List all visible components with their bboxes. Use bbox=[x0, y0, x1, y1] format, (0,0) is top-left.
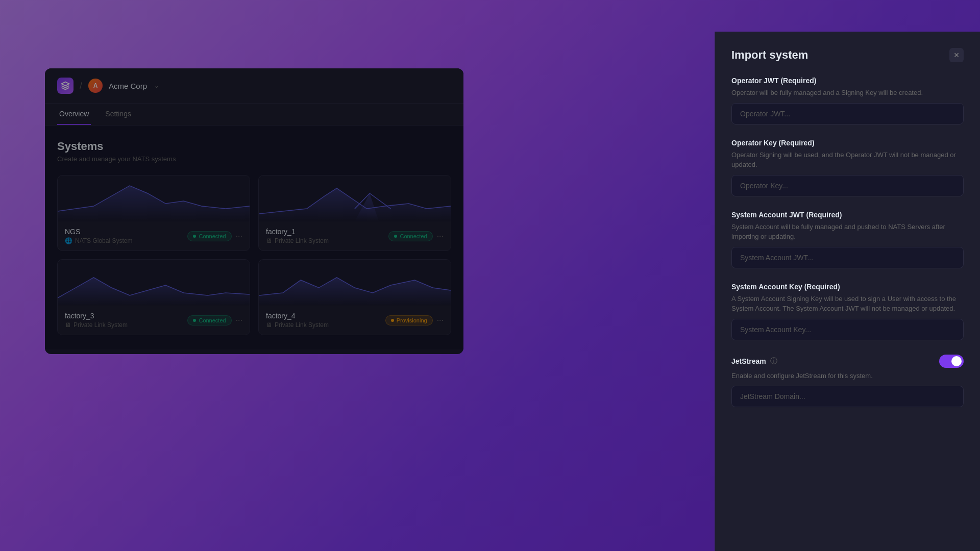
ngs-card-info: NGS 🌐 NATS Global System bbox=[65, 228, 132, 244]
factory4-card-actions: Provisioning ··· bbox=[385, 315, 444, 325]
factory3-card-actions: Connected ··· bbox=[187, 315, 242, 325]
jetstream-title: JetStream bbox=[731, 357, 766, 365]
breadcrumb-separator: / bbox=[80, 81, 82, 91]
factory3-card-info: factory_3 🖥 Private Link System bbox=[65, 312, 128, 329]
factory3-status-badge: Connected bbox=[187, 315, 231, 325]
factory1-status-badge: Connected bbox=[388, 231, 432, 241]
tab-settings[interactable]: Settings bbox=[103, 104, 133, 125]
systems-subtitle: Create and manage your NATS systems bbox=[57, 155, 451, 163]
system-card-factory3: factory_3 🖥 Private Link System Connecte… bbox=[57, 259, 250, 335]
ngs-card-footer: NGS 🌐 NATS Global System Connected ··· bbox=[58, 221, 250, 251]
modal-title: Import system bbox=[731, 48, 808, 62]
factory4-name: factory_4 bbox=[266, 312, 329, 320]
jetstream-toggle[interactable] bbox=[939, 355, 964, 368]
jetstream-domain-input[interactable] bbox=[731, 386, 964, 407]
org-avatar: A bbox=[88, 79, 103, 93]
system-account-jwt-section: System Account JWT (Required) System Acc… bbox=[731, 211, 964, 268]
modal-header: Import system × bbox=[731, 48, 964, 62]
factory4-status-dot bbox=[391, 319, 394, 322]
jetstream-info-icon: ⓘ bbox=[770, 357, 777, 366]
system-card-ngs: NGS 🌐 NATS Global System Connected ··· bbox=[57, 175, 250, 251]
factory3-type: 🖥 Private Link System bbox=[65, 321, 128, 329]
factory1-more-button[interactable]: ··· bbox=[437, 232, 444, 241]
content-area: Systems Create and manage your NATS syst… bbox=[45, 126, 463, 349]
system-account-jwt-input[interactable] bbox=[731, 247, 964, 268]
system-account-key-input[interactable] bbox=[731, 319, 964, 340]
systems-title: Systems bbox=[57, 140, 451, 153]
org-chevron-icon[interactable]: ⌄ bbox=[154, 82, 159, 89]
system-account-jwt-label: System Account JWT (Required) bbox=[731, 211, 964, 219]
svg-marker-4 bbox=[259, 278, 451, 306]
factory3-status-dot bbox=[193, 319, 196, 322]
system-account-key-label: System Account Key (Required) bbox=[731, 283, 964, 291]
operator-key-input[interactable] bbox=[731, 175, 964, 196]
factory4-type: 🖥 Private Link System bbox=[266, 321, 329, 329]
factory4-card-footer: factory_4 🖥 Private Link System Provisio… bbox=[259, 306, 451, 335]
jetstream-header: JetStream ⓘ bbox=[731, 355, 964, 368]
factory3-chart bbox=[58, 260, 250, 306]
toggle-knob bbox=[951, 356, 962, 366]
factory1-type-icon: 🖥 bbox=[266, 237, 272, 244]
app-header: / A Acme Corp ⌄ bbox=[45, 68, 463, 104]
svg-marker-0 bbox=[58, 186, 250, 221]
factory4-card-info: factory_4 🖥 Private Link System bbox=[266, 312, 329, 329]
system-account-jwt-description: System Account will be fully managed and… bbox=[731, 222, 964, 242]
factory1-card-actions: Connected ··· bbox=[388, 231, 444, 241]
factory4-status-badge: Provisioning bbox=[385, 315, 433, 325]
factory4-chart bbox=[259, 260, 451, 306]
svg-marker-1 bbox=[259, 188, 451, 221]
factory4-type-icon: 🖥 bbox=[266, 321, 272, 329]
operator-jwt-label: Operator JWT (Required) bbox=[731, 77, 964, 85]
factory1-status-dot bbox=[394, 235, 397, 238]
system-card-factory1: factory_1 🖥 Private Link System Connecte… bbox=[258, 175, 451, 251]
operator-key-description: Operator Signing will be used, and the O… bbox=[731, 150, 964, 170]
system-account-key-description: A System Account Signing Key will be use… bbox=[731, 294, 964, 314]
factory1-name: factory_1 bbox=[266, 228, 329, 236]
nav-tabs: Overview Settings bbox=[45, 104, 463, 126]
app-logo-icon bbox=[57, 78, 74, 94]
ngs-more-button[interactable]: ··· bbox=[236, 232, 242, 241]
tab-overview[interactable]: Overview bbox=[57, 104, 91, 125]
ngs-type: 🌐 NATS Global System bbox=[65, 237, 132, 244]
factory3-status-label: Connected bbox=[199, 317, 226, 323]
factory1-type: 🖥 Private Link System bbox=[266, 237, 329, 244]
operator-jwt-input[interactable] bbox=[731, 103, 964, 124]
ngs-status-label: Connected bbox=[199, 233, 226, 239]
factory3-name: factory_3 bbox=[65, 312, 128, 320]
jetstream-section: JetStream ⓘ Enable and configure JetStre… bbox=[731, 355, 964, 408]
ngs-type-icon: 🌐 bbox=[65, 237, 72, 244]
ngs-card-actions: Connected ··· bbox=[187, 231, 242, 241]
operator-key-section: Operator Key (Required) Operator Signing… bbox=[731, 139, 964, 196]
import-system-modal: Import system × Operator JWT (Required) … bbox=[715, 32, 980, 551]
org-name[interactable]: Acme Corp bbox=[109, 82, 147, 90]
ngs-status-badge: Connected bbox=[187, 231, 231, 241]
jetstream-title-group: JetStream ⓘ bbox=[731, 357, 777, 366]
factory4-status-label: Provisioning bbox=[397, 317, 427, 323]
ngs-name: NGS bbox=[65, 228, 132, 236]
systems-grid: NGS 🌐 NATS Global System Connected ··· bbox=[57, 175, 451, 335]
ngs-chart bbox=[58, 176, 250, 221]
system-card-factory4: factory_4 🖥 Private Link System Provisio… bbox=[258, 259, 451, 335]
app-window: / A Acme Corp ⌄ Overview Settings System… bbox=[45, 68, 463, 354]
jetstream-description: Enable and configure JetStream for this … bbox=[731, 371, 964, 381]
factory1-chart bbox=[259, 176, 451, 221]
operator-jwt-description: Operator will be fully managed and a Sig… bbox=[731, 88, 964, 98]
factory4-more-button[interactable]: ··· bbox=[437, 316, 444, 325]
modal-close-button[interactable]: × bbox=[949, 48, 964, 62]
factory1-card-footer: factory_1 🖥 Private Link System Connecte… bbox=[259, 221, 451, 251]
operator-key-label: Operator Key (Required) bbox=[731, 139, 964, 147]
system-account-key-section: System Account Key (Required) A System A… bbox=[731, 283, 964, 340]
factory1-card-info: factory_1 🖥 Private Link System bbox=[266, 228, 329, 244]
factory3-more-button[interactable]: ··· bbox=[236, 316, 242, 325]
operator-jwt-section: Operator JWT (Required) Operator will be… bbox=[731, 77, 964, 124]
factory3-card-footer: factory_3 🖥 Private Link System Connecte… bbox=[58, 306, 250, 335]
factory3-type-icon: 🖥 bbox=[65, 321, 71, 329]
factory1-status-label: Connected bbox=[400, 233, 427, 239]
ngs-status-dot bbox=[193, 235, 196, 238]
